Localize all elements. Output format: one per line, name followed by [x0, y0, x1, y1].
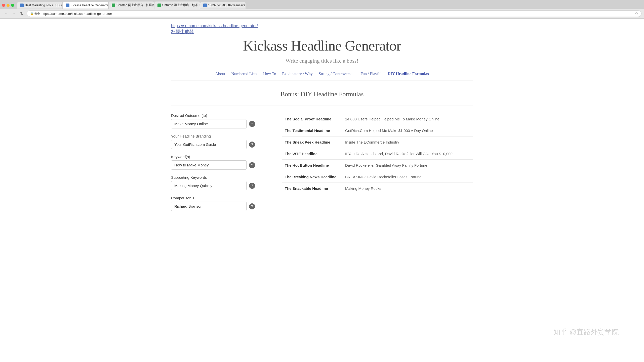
tab-close-icon[interactable]: ✕ — [199, 4, 200, 7]
nav-numbered-lists[interactable]: Numbered Lists — [231, 72, 257, 76]
tab-favicon — [20, 4, 24, 7]
headline-result: If You Do A Handstand, David Rockefeller… — [342, 148, 473, 160]
url-bar[interactable]: 🔒 安全 https://sumome.com/kickass-headline… — [27, 10, 641, 17]
branding-help-button[interactable]: ? — [249, 142, 255, 148]
desired-outcome-input[interactable] — [171, 119, 247, 128]
keywords-input[interactable] — [171, 160, 247, 170]
headline-type: The Testimonial Headline — [282, 125, 342, 137]
results-column: The Social Proof Headline 14,000 Users H… — [282, 113, 473, 216]
tab-label: 1503974670338screensave... — [208, 4, 246, 7]
branding-row: ? — [171, 140, 267, 149]
tab-label: Chrome 网上应用店 - 翻译 — [162, 3, 198, 7]
keywords-row: ? — [171, 160, 267, 170]
keywords-group: Keyword(s) ? — [171, 155, 267, 170]
forward-button[interactable]: → — [11, 11, 18, 16]
branding-label: Your Headline Branding — [171, 134, 267, 138]
minimize-button[interactable] — [7, 4, 10, 7]
security-icon: 🔒 安全 — [30, 12, 40, 16]
headline-result: Inside The ECommerce Industry — [342, 137, 473, 148]
nav-explanatory-why[interactable]: Explanatory / Why — [282, 72, 313, 76]
headline-result: 14,000 Users Helped Helped Me To Make Mo… — [342, 113, 473, 125]
desired-outcome-help-button[interactable]: ? — [249, 121, 255, 127]
tab-label: Chrome 网上应用店 - 扩展程序... — [116, 3, 154, 7]
browser-tab[interactable]: Chrome 网上应用店 - 扩展程序... ✕ — [109, 2, 154, 9]
comparison1-row: ? — [171, 202, 267, 211]
tab-bar: Best Marketing Tools | SEO T... ✕ Kickas… — [0, 0, 644, 9]
result-row: The Snackable Headline Making Money Rock… — [282, 183, 473, 194]
headline-type: The Hot Button Headline — [282, 160, 342, 171]
headline-type: The Sneak Peek Headline — [282, 137, 342, 148]
supporting-keywords-input[interactable] — [171, 181, 247, 190]
result-row: The WTF Headline If You Do A Handstand, … — [282, 148, 473, 160]
annotation-link[interactable]: https://sumome.com/kickass-headline-gene… — [171, 24, 473, 28]
traffic-lights — [2, 4, 14, 7]
browser-tab[interactable]: Chrome 网上应用店 - 翻译 ✕ — [154, 2, 200, 9]
browser-tab[interactable]: Best Marketing Tools | SEO T... ✕ — [17, 2, 62, 9]
tab-favicon — [157, 4, 161, 7]
address-bar: ← → ↻ 🔒 安全 https://sumome.com/kickass-he… — [0, 9, 644, 18]
browser-tab-active[interactable]: Kickass Headline Generator f... ✕ — [63, 2, 108, 9]
section-title: Bonus: DIY Headline Formulas — [171, 90, 473, 98]
url-text: https://sumome.com/kickass-headline-gene… — [42, 12, 112, 16]
tab-label: Kickass Headline Generator f... — [71, 4, 108, 7]
nav-how-to[interactable]: How To — [263, 72, 276, 76]
result-row: The Breaking News Headline BREAKING: Dav… — [282, 171, 473, 183]
tab-favicon — [203, 4, 207, 7]
close-button[interactable] — [2, 4, 5, 7]
comparison1-group: Comparison 1 ? — [171, 196, 267, 211]
nav-buttons: ← → ↻ — [3, 11, 25, 17]
tab-label: Best Marketing Tools | SEO T... — [25, 4, 62, 7]
desired-outcome-row: ? — [171, 119, 267, 128]
page-content: https://sumome.com/kickass-headline-gene… — [161, 19, 483, 221]
maximize-button[interactable] — [11, 4, 14, 7]
tab-favicon — [112, 4, 115, 7]
browser-chrome: Best Marketing Tools | SEO T... ✕ Kickas… — [0, 0, 644, 19]
result-row: The Testimonial Headline GetRich.Com Hel… — [282, 125, 473, 137]
nav-fun-playful[interactable]: Fun / Playful — [360, 72, 382, 76]
back-button[interactable]: ← — [3, 11, 10, 16]
tab-favicon — [66, 4, 69, 7]
bookmark-icon[interactable]: ☆ — [635, 12, 638, 16]
top-annotation: https://sumome.com/kickass-headline-gene… — [171, 24, 473, 35]
headline-result: BREAKING: David Rockefeller Loses Fortun… — [342, 171, 473, 183]
nav-diy-formulas[interactable]: DIY Headline Formulas — [388, 72, 429, 76]
comparison1-input[interactable] — [171, 202, 247, 211]
result-row: The Hot Button Headline David Rockefelle… — [282, 160, 473, 171]
result-row: The Social Proof Headline 14,000 Users H… — [282, 113, 473, 125]
headline-type: The WTF Headline — [282, 148, 342, 160]
keywords-help-button[interactable]: ? — [249, 162, 255, 168]
browser-tab[interactable]: 1503974670338screensave... ✕ — [200, 2, 246, 9]
results-table: The Social Proof Headline 14,000 Users H… — [282, 113, 473, 194]
headline-result: Making Money Rocks — [342, 183, 473, 194]
headline-type: The Breaking News Headline — [282, 171, 342, 183]
branding-input[interactable] — [171, 140, 247, 149]
annotation-chinese: 标题生成器 — [171, 29, 194, 34]
form-column: Desired Outcome (to) ? Your Headline Bra… — [171, 113, 267, 216]
comparison1-help-button[interactable]: ? — [249, 203, 255, 209]
main-nav: About Numbered Lists How To Explanatory … — [171, 72, 473, 80]
headline-type: The Social Proof Headline — [282, 113, 342, 125]
headline-type: The Snackable Headline — [282, 183, 342, 194]
reload-button[interactable]: ↻ — [19, 11, 25, 17]
nav-strong-controversial[interactable]: Strong / Controversial — [319, 72, 354, 76]
keywords-label: Keyword(s) — [171, 155, 267, 159]
supporting-keywords-help-button[interactable]: ? — [249, 183, 255, 189]
section-divider — [171, 106, 473, 106]
comparison1-label: Comparison 1 — [171, 196, 267, 200]
branding-group: Your Headline Branding ? — [171, 134, 267, 149]
desired-outcome-group: Desired Outcome (to) ? — [171, 113, 267, 128]
headline-result: David Rockefeller Gambled Away Family Fo… — [342, 160, 473, 171]
headline-result: GetRich.Com Helped Me Make $1,000 A Day … — [342, 125, 473, 137]
supporting-keywords-label: Supporting Keywords — [171, 175, 267, 179]
result-row: The Sneak Peek Headline Inside The EComm… — [282, 137, 473, 148]
page-title: Kickass Headline Generator — [171, 37, 473, 54]
supporting-keywords-group: Supporting Keywords ? — [171, 175, 267, 190]
supporting-keywords-row: ? — [171, 181, 267, 190]
nav-about[interactable]: About — [215, 72, 225, 76]
two-col-layout: Desired Outcome (to) ? Your Headline Bra… — [171, 113, 473, 216]
page-subtitle: Write engaging titles like a boss! — [171, 58, 473, 64]
desired-outcome-label: Desired Outcome (to) — [171, 113, 267, 118]
